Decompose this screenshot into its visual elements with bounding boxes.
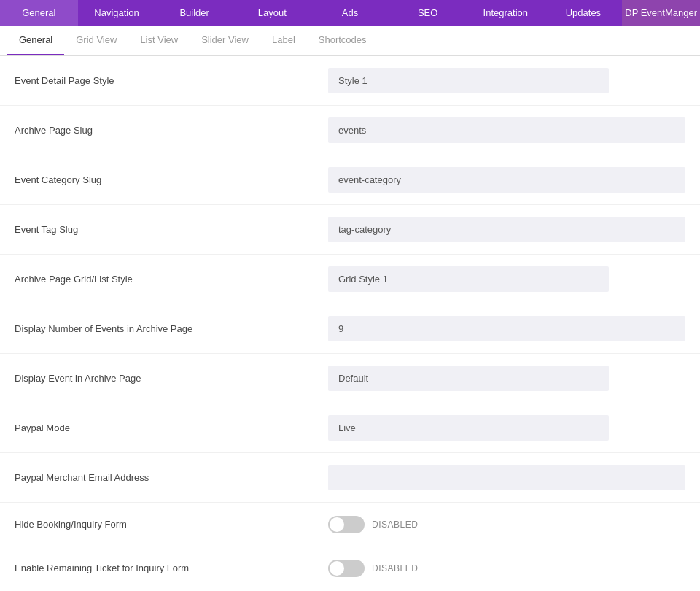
input-event-tag-slug[interactable]: [328, 217, 685, 242]
toggle-remaining-ticket[interactable]: [328, 560, 365, 577]
input-event-category-slug[interactable]: [328, 167, 685, 193]
toggle-wrap-hide-booking: DISABLED: [328, 516, 685, 533]
sub-nav-shortcodes[interactable]: Shortcodes: [307, 26, 378, 55]
setting-row-enable-remaining-ticket: Enable Remaining Ticket for Inquiry Form…: [0, 546, 700, 590]
value-display-number-events: [328, 316, 685, 341]
sub-nav-slider-view[interactable]: Slider View: [190, 26, 260, 55]
value-event-tag-slug: [328, 217, 685, 242]
sub-nav-list-view[interactable]: List View: [128, 26, 190, 55]
input-event-detail-page-style[interactable]: [328, 68, 609, 93]
top-nav-general[interactable]: General: [0, 0, 78, 26]
sub-nav-general[interactable]: General: [7, 26, 64, 55]
setting-row-archive-page-slug: Archive Page Slug: [0, 106, 700, 155]
input-paypal-mode[interactable]: [328, 415, 609, 441]
value-enable-remaining-ticket: DISABLED: [328, 560, 685, 577]
label-display-event-archive: Display Event in Archive Page: [15, 373, 328, 384]
label-enable-remaining-ticket: Enable Remaining Ticket for Inquiry Form: [15, 563, 328, 573]
input-display-number-events[interactable]: [328, 316, 685, 341]
setting-row-display-number-events: Display Number of Events in Archive Page: [0, 304, 700, 354]
top-nav-dp-eventmanger[interactable]: DP EventManger: [622, 0, 700, 26]
top-nav-layout[interactable]: Layout: [233, 0, 311, 26]
sub-navigation: General Grid View List View Slider View …: [0, 26, 700, 56]
top-nav-updates[interactable]: Updates: [545, 0, 623, 26]
sub-nav-grid-view[interactable]: Grid View: [64, 26, 128, 55]
setting-row-hide-booking-form: Hide Booking/Inquiry Form DISABLED: [0, 503, 700, 546]
top-nav-navigation[interactable]: Navigation: [78, 0, 156, 26]
top-nav-seo[interactable]: SEO: [389, 0, 467, 26]
top-nav-ads[interactable]: Ads: [311, 0, 389, 26]
label-paypal-email: Paypal Merchant Email Address: [15, 472, 328, 483]
top-navigation: General Navigation Builder Layout Ads SE…: [0, 0, 700, 26]
label-archive-page-slug: Archive Page Slug: [15, 125, 328, 136]
input-archive-page-slug[interactable]: [328, 117, 685, 143]
toggle-label-hide-booking: DISABLED: [372, 519, 418, 530]
top-nav-integration[interactable]: Integration: [467, 0, 545, 26]
value-archive-grid-list-style: [328, 266, 685, 292]
label-hide-booking-form: Hide Booking/Inquiry Form: [15, 519, 328, 530]
value-paypal-email: [328, 465, 685, 490]
value-display-event-archive: [328, 366, 685, 391]
value-archive-page-slug: [328, 117, 685, 143]
input-paypal-email[interactable]: [328, 465, 685, 490]
setting-row-event-category-slug: Event Category Slug: [0, 155, 700, 205]
sub-nav-label[interactable]: Label: [260, 26, 307, 55]
value-event-category-slug: [328, 167, 685, 193]
setting-row-paypal-email: Paypal Merchant Email Address: [0, 453, 700, 503]
input-archive-grid-list-style[interactable]: [328, 266, 609, 292]
label-archive-grid-list-style: Archive Page Grid/List Style: [15, 274, 328, 285]
top-nav-builder[interactable]: Builder: [155, 0, 233, 26]
toggle-wrap-remaining-ticket: DISABLED: [328, 560, 685, 577]
input-display-event-archive[interactable]: [328, 366, 609, 391]
label-event-detail-page-style: Event Detail Page Style: [15, 75, 328, 86]
label-event-category-slug: Event Category Slug: [15, 174, 328, 185]
setting-row-archive-grid-list-style: Archive Page Grid/List Style: [0, 255, 700, 304]
setting-row-paypal-mode: Paypal Mode: [0, 403, 700, 453]
toggle-hide-booking[interactable]: [328, 516, 365, 533]
label-event-tag-slug: Event Tag Slug: [15, 224, 328, 235]
settings-content: Event Detail Page Style Archive Page Slu…: [0, 56, 700, 591]
value-event-detail-page-style: [328, 68, 685, 93]
toggle-label-remaining-ticket: DISABLED: [372, 563, 418, 573]
value-hide-booking-form: DISABLED: [328, 516, 685, 533]
label-paypal-mode: Paypal Mode: [15, 422, 328, 433]
value-paypal-mode: [328, 415, 685, 441]
label-display-number-events: Display Number of Events in Archive Page: [15, 323, 328, 334]
setting-row-event-tag-slug: Event Tag Slug: [0, 205, 700, 255]
setting-row-display-event-archive: Display Event in Archive Page: [0, 354, 700, 403]
setting-row-event-detail-page-style: Event Detail Page Style: [0, 56, 700, 106]
